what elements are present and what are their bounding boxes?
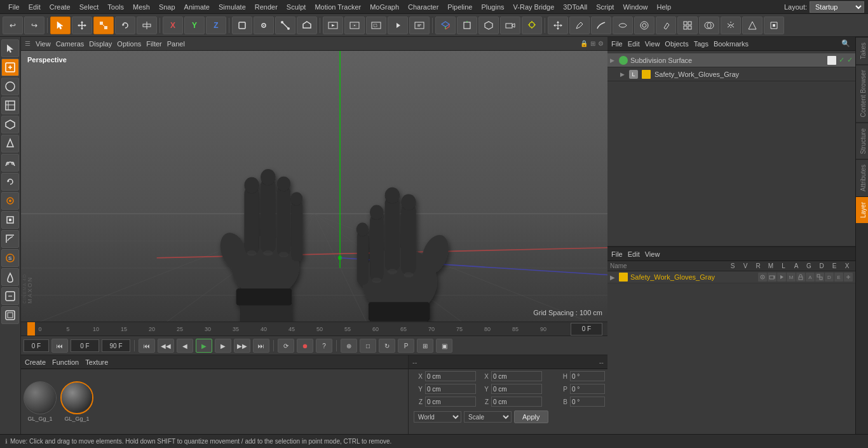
apply-button[interactable]: Apply (514, 411, 548, 423)
menu-snap[interactable]: Snap (154, 2, 180, 12)
y-position-input[interactable] (425, 384, 476, 394)
z-axis-button[interactable]: Z (206, 17, 226, 34)
attr-row-gloves[interactable]: ▶ Safety_Work_Gloves_Gray (607, 271, 855, 283)
left-tool-10[interactable] (1, 211, 19, 229)
vp-lock-icon[interactable]: 🔒 (580, 40, 588, 47)
expand-triangle-1[interactable]: ▶ (610, 57, 616, 64)
scale-select[interactable]: Scale Size (464, 411, 512, 423)
left-tool-11[interactable] (1, 230, 19, 248)
boolean-button[interactable] (699, 17, 719, 34)
go-to-end-button[interactable]: ⏭ (253, 339, 269, 353)
undo-button[interactable]: ↩ (3, 17, 23, 34)
menu-motion-tracker[interactable]: Motion Tracker (310, 2, 365, 12)
spline-tool-button[interactable] (591, 17, 611, 34)
attr-expand-gloves[interactable]: ▶ (610, 274, 618, 281)
playback-help-button[interactable]: ? (316, 339, 332, 353)
left-tool-7[interactable] (1, 154, 19, 172)
move-tool-extra[interactable] (548, 17, 568, 34)
material-swatch-1[interactable] (24, 381, 57, 414)
attr-menu-file[interactable]: File (611, 250, 623, 258)
play-button[interactable]: ▶ (196, 339, 212, 353)
b-rotation-input[interactable] (570, 397, 605, 407)
prev-frame-button[interactable]: ◀ (177, 339, 193, 353)
menu-pipeline[interactable]: Pipeline (443, 2, 477, 12)
obj-menu-view[interactable]: View (645, 40, 660, 48)
attr-icon-2[interactable] (768, 273, 776, 282)
render-region-button[interactable] (366, 17, 386, 34)
start-frame-input[interactable] (24, 339, 49, 352)
left-tool-6[interactable] (1, 135, 19, 153)
menu-mograph[interactable]: MoGraph (365, 2, 403, 12)
motion-btn-grid[interactable]: ⊞ (417, 339, 433, 353)
motion-btn-p[interactable]: P (398, 339, 414, 353)
camera-object-button[interactable] (500, 17, 520, 34)
preview-end-input[interactable] (102, 339, 130, 352)
deformer-button[interactable] (613, 17, 633, 34)
menu-sculpt[interactable]: Sculpt (282, 2, 311, 12)
object-entry-gloves[interactable]: ▶ L Safety_Work_Gloves_Gray (607, 67, 855, 81)
extra-btn2[interactable] (764, 17, 784, 34)
left-tool-1[interactable] (1, 39, 19, 57)
y-size-input[interactable] (491, 384, 542, 394)
timeline-ruler[interactable]: 0 5 10 15 20 25 30 35 40 45 50 55 60 65 … (21, 322, 607, 336)
sculpture-button[interactable] (677, 17, 698, 34)
menu-vray[interactable]: V-Ray Bridge (509, 2, 559, 12)
obj-visible-1[interactable]: ✓ (839, 56, 844, 64)
transform-button[interactable] (137, 17, 157, 34)
edge-mode-button[interactable] (275, 17, 295, 34)
object-mode-button[interactable] (232, 17, 252, 34)
motion-btn-3[interactable]: ↻ (379, 339, 395, 353)
vp-menu-display[interactable]: Display (89, 40, 112, 48)
obj-menu-objects[interactable]: Objects (665, 40, 688, 48)
prev-key-button[interactable]: ◀◀ (158, 339, 174, 353)
mat-menu-texture[interactable]: Texture (85, 358, 108, 366)
attr-icon-4[interactable]: M (787, 273, 796, 282)
menu-create[interactable]: Create (45, 2, 75, 12)
menu-simulate[interactable]: Simulate (214, 2, 250, 12)
scale-button[interactable] (93, 17, 114, 34)
next-key-button[interactable]: ▶▶ (234, 339, 250, 353)
vtab-attributes[interactable]: Attributes (856, 159, 868, 196)
vtab-layer[interactable]: Layer (856, 196, 868, 223)
layout-select[interactable]: Startup Standard BP UV Edit (810, 1, 864, 13)
menu-edit[interactable]: Edit (24, 2, 45, 12)
left-tool-14[interactable] (1, 287, 19, 305)
rotate-button[interactable] (115, 17, 135, 34)
move-button[interactable] (72, 17, 92, 34)
motion-btn-frame[interactable]: ▣ (436, 339, 452, 353)
go-to-start-button[interactable]: ⏮ (139, 339, 155, 353)
record-button[interactable]: ⏺ (297, 339, 313, 353)
select-mode-button[interactable] (50, 17, 71, 34)
menu-file[interactable]: File (4, 2, 24, 12)
z-position-input[interactable] (425, 397, 476, 407)
extra-btn1[interactable] (742, 17, 763, 34)
vp-menu-view[interactable]: View (36, 40, 51, 48)
vp-settings-icon[interactable]: ⚙ (598, 40, 604, 47)
motion-btn-1[interactable]: ⊕ (341, 339, 357, 353)
front-view-button[interactable] (457, 17, 477, 34)
point-mode-button[interactable] (254, 17, 274, 34)
left-tool-9[interactable] (1, 192, 19, 210)
vp-menu-panel[interactable]: Panel (167, 40, 185, 48)
material-swatch-2[interactable] (60, 381, 93, 414)
polygon-mode-button[interactable] (297, 17, 317, 34)
current-frame-input[interactable] (571, 323, 602, 336)
left-tool-12[interactable]: S (1, 249, 19, 267)
vp-menu-filter[interactable]: Filter (146, 40, 161, 48)
vtab-content-browser[interactable]: Content Browser (856, 64, 868, 122)
vp-menu-cameras[interactable]: Cameras (56, 40, 85, 48)
symmetry-button[interactable] (721, 17, 741, 34)
attr-menu-edit[interactable]: Edit (628, 250, 640, 258)
vtab-structure[interactable]: Structure (856, 123, 868, 160)
attr-icon-10[interactable] (844, 273, 853, 282)
x-axis-button[interactable]: X (163, 17, 183, 34)
y-axis-button[interactable]: Y (184, 17, 205, 34)
object-entry-subdivision[interactable]: ▶ Subdivision Surface ✓ ✓ (607, 53, 855, 67)
left-tool-3[interactable] (1, 78, 19, 95)
left-tool-5[interactable] (1, 116, 19, 133)
attr-icon-1[interactable] (758, 273, 767, 282)
attr-icon-5[interactable] (796, 273, 805, 282)
render-to-picture-viewer-button[interactable] (323, 17, 343, 34)
paint-button[interactable] (656, 17, 676, 34)
vp-maximize-icon[interactable]: ⊞ (590, 40, 595, 47)
